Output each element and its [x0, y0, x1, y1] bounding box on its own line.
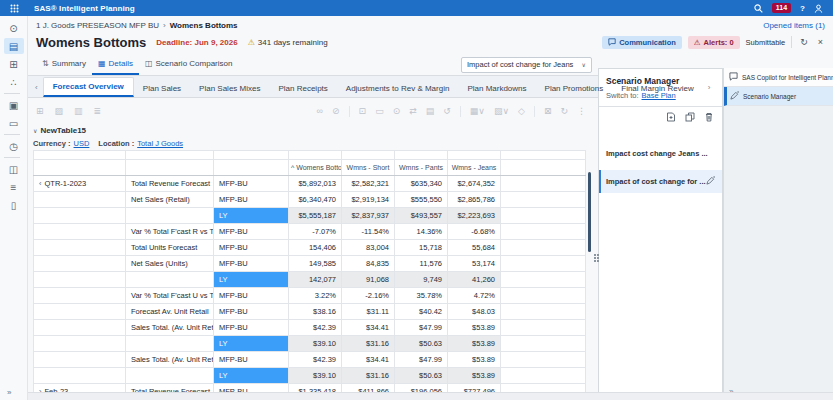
edit-scenario-icon[interactable] [706, 176, 715, 187]
value-cell[interactable]: $50.63 [395, 336, 448, 352]
list-icon[interactable]: ≣ [94, 106, 102, 116]
column-header-womens-bottoms[interactable]: ^ Womens Bottoms [289, 160, 342, 176]
value-cell[interactable]: $555,550 [395, 192, 448, 208]
layers-icon[interactable]: ≡ [4, 179, 24, 195]
value-cell[interactable]: $31.16 [342, 368, 395, 384]
sheet-tabs-prev-icon[interactable]: ‹ [30, 83, 43, 97]
column-header-wmns-short[interactable]: Wmns - Short [342, 160, 395, 176]
chart-icon[interactable]: ▥ [74, 106, 83, 116]
search-icon[interactable] [754, 0, 763, 17]
briefcase-icon[interactable]: ▯ [4, 197, 24, 213]
vertical-scrollbar[interactable] [588, 172, 591, 252]
scenario-dropdown[interactable]: Impact of cost change for Jeans ∨ [461, 57, 592, 73]
value-cell[interactable]: $2,865,786 [448, 192, 501, 208]
value-cell[interactable]: $53.89 [448, 368, 501, 384]
assign-user-icon[interactable]: ⊙ [393, 106, 401, 116]
expand-icon[interactable]: ⇄ [409, 106, 417, 116]
worksheets-icon[interactable]: ▤ [4, 38, 24, 54]
column-header-wmns-pants[interactable]: Wmns - Pants [395, 160, 448, 176]
column-header-wmns-jeans[interactable]: Wmns - Jeans [448, 160, 501, 176]
alerts-badge[interactable]: ⚠ Alerts: 0 [688, 36, 740, 49]
apps-grid-icon[interactable] [0, 0, 28, 16]
communication-button[interactable]: Communication [602, 36, 682, 49]
value-cell[interactable]: $47.99 [395, 352, 448, 368]
value-cell[interactable]: $39.10 [289, 368, 342, 384]
value-cell[interactable]: $53.89 [448, 320, 501, 336]
value-cell[interactable]: $2,919,134 [342, 192, 395, 208]
value-cell[interactable]: $6,340,470 [289, 192, 342, 208]
table-options-icon[interactable]: ▦∨ [470, 106, 485, 116]
home-icon[interactable]: ⊙ [4, 20, 24, 36]
history-icon[interactable]: ◷ [4, 138, 24, 154]
value-cell[interactable]: $635,340 [395, 176, 448, 192]
value-cell[interactable]: $38.16 [289, 304, 342, 320]
tab-details[interactable]: ▦Details [92, 54, 139, 75]
collapse-icon[interactable]: ‹ [39, 179, 42, 188]
sheet-tab-plan-sales[interactable]: Plan Sales [134, 80, 190, 97]
tray-icon[interactable]: ▭ [4, 115, 24, 131]
unlink-icon[interactable]: ⊘ [332, 106, 340, 116]
rail-item-sas-copilot-for-intelligent-planning[interactable]: SAS Copilot for Intelligent Planning [724, 68, 833, 87]
value-cell[interactable]: 14.36% [395, 224, 448, 240]
value-cell[interactable]: 149,585 [289, 256, 342, 272]
value-cell[interactable]: 83,004 [342, 240, 395, 256]
new-scenario-icon[interactable] [666, 112, 676, 122]
value-cell[interactable]: $2,582,321 [342, 176, 395, 192]
value-cell[interactable]: $493,557 [395, 208, 448, 224]
sheet-tabs-next-icon[interactable]: › [703, 83, 716, 97]
value-cell[interactable]: $47.99 [395, 320, 448, 336]
value-cell[interactable]: -11.54% [342, 224, 395, 240]
refresh-icon[interactable]: ↻ [798, 37, 810, 47]
currency-link[interactable]: USD [74, 139, 90, 148]
undo-icon[interactable]: ↺ [443, 106, 451, 116]
value-cell[interactable]: $2,223,693 [448, 208, 501, 224]
value-cell[interactable]: $34.41 [342, 320, 395, 336]
clipboard-icon[interactable]: ▣ [4, 97, 24, 113]
value-cell[interactable]: 35.78% [395, 288, 448, 304]
lock-icon[interactable]: ⊠ [544, 106, 552, 116]
sheet-tab-forecast-overview[interactable]: Forecast Overview [43, 77, 134, 97]
link-icon[interactable]: ∞ [317, 106, 323, 116]
sheet-tab-adjustments-to-rev-margin[interactable]: Adjustments to Rev & Margin [337, 80, 459, 97]
sheet-tab-final-margin-review[interactable]: Final Margin Review [612, 80, 702, 97]
value-cell[interactable]: $53.89 [448, 352, 501, 368]
tab-scenario-comparison[interactable]: ◫Scenario Comparison [139, 54, 239, 75]
sheet-tab-plan-sales-mixes[interactable]: Plan Sales Mixes [190, 80, 269, 97]
sheet-tab-plan-receipts[interactable]: Plan Receipts [269, 80, 336, 97]
value-cell[interactable]: $53.89 [448, 336, 501, 352]
value-cell[interactable]: $5,555,187 [289, 208, 342, 224]
breadcrumb-parent[interactable]: 1 J. Goods PRESEASON MFP BU [36, 21, 159, 30]
value-cell[interactable]: $48.03 [448, 304, 501, 320]
value-cell[interactable]: $2,837,937 [342, 208, 395, 224]
value-cell[interactable]: 11,576 [395, 256, 448, 272]
sheet-tab-plan-markdowns[interactable]: Plan Markdowns [458, 80, 535, 97]
value-cell[interactable]: $50.63 [395, 368, 448, 384]
period-cell[interactable]: ‹QTR-1-2023 [34, 176, 126, 192]
value-cell[interactable]: 84,835 [342, 256, 395, 272]
more-icon[interactable]: ⋮ [577, 106, 586, 116]
value-cell[interactable]: 154,406 [289, 240, 342, 256]
save-icon[interactable]: ⊡ [359, 106, 367, 116]
value-cell[interactable]: 41,260 [448, 272, 501, 288]
location-link[interactable]: Total J Goods [137, 139, 183, 148]
image-icon[interactable]: ▨ [55, 106, 64, 116]
grid-view-icon[interactable]: ⊞ [4, 56, 24, 72]
value-cell[interactable]: 53,174 [448, 256, 501, 272]
delete-scenario-icon[interactable] [704, 112, 714, 122]
value-cell[interactable]: 3.22% [289, 288, 342, 304]
opened-items-link[interactable]: Opened items (1) [763, 21, 825, 30]
value-cell[interactable]: 4.72% [448, 288, 501, 304]
value-cell[interactable]: 15,718 [395, 240, 448, 256]
flow-icon[interactable]: ∴ [4, 74, 24, 90]
notification-count-badge[interactable]: 114 [772, 3, 791, 13]
rail-item-scenario-manager[interactable]: Scenario Manager [724, 87, 833, 106]
value-cell[interactable]: 91,068 [342, 272, 395, 288]
shield-icon[interactable]: ◇ [518, 106, 525, 116]
report-icon[interactable]: ◫ [4, 161, 24, 177]
value-cell[interactable]: 9,749 [395, 272, 448, 288]
value-cell[interactable]: $42.39 [289, 352, 342, 368]
value-cell[interactable]: $34.41 [342, 352, 395, 368]
comment-icon[interactable]: ▭ [375, 106, 384, 116]
value-cell[interactable]: $31.11 [342, 304, 395, 320]
scenario-item[interactable]: Impact cost change Jeans ... [599, 143, 722, 164]
